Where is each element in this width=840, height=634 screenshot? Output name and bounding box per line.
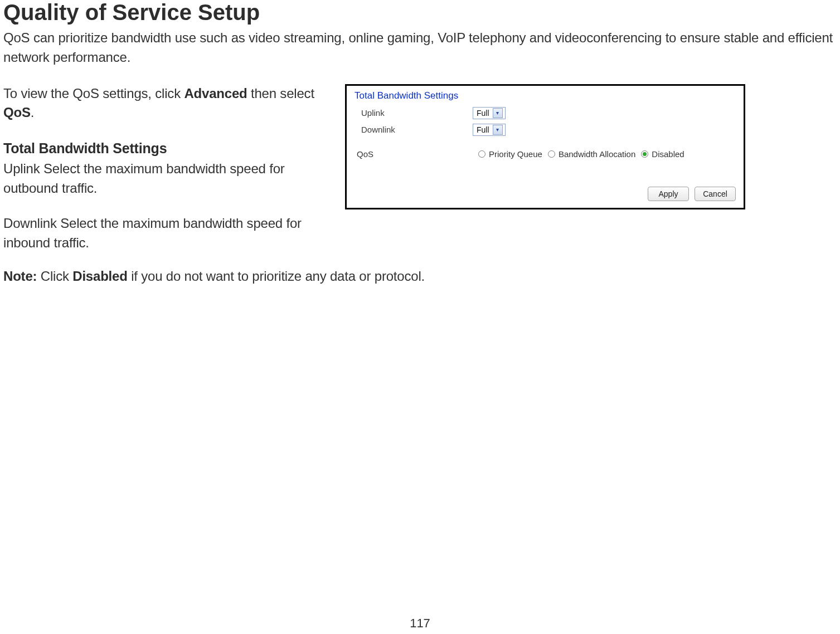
radio-label: Bandwidth Allocation — [559, 149, 635, 159]
uplink-row: Uplink Full ▾ — [361, 107, 738, 119]
qos-bold: QoS — [3, 105, 31, 120]
uplink-select[interactable]: Full ▾ — [473, 107, 506, 119]
left-column: To view the QoS settings, click Advanced… — [3, 84, 329, 269]
settings-panel: Total Bandwidth Settings Uplink Full ▾ D… — [345, 84, 745, 209]
text: if you do not want to prioritize any dat… — [128, 269, 425, 284]
text: To view the QoS settings, click — [3, 86, 184, 101]
cancel-button[interactable]: Cancel — [695, 187, 736, 201]
downlink-row: Downlink Full ▾ — [361, 124, 738, 136]
chevron-down-icon: ▾ — [493, 125, 503, 135]
uplink-select-value: Full — [477, 109, 489, 118]
intro-paragraph: QoS can prioritize bandwidth use such as… — [3, 28, 836, 67]
radio-priority-queue[interactable]: Priority Queue — [478, 149, 542, 159]
text: . — [31, 105, 34, 120]
downlink-label: Downlink — [361, 125, 473, 134]
downlink-select[interactable]: Full ▾ — [473, 124, 506, 136]
note-bold: Note: — [3, 269, 37, 284]
chevron-down-icon: ▾ — [493, 108, 503, 118]
qos-radio-group: Priority Queue Bandwidth Allocation Disa… — [478, 149, 684, 159]
downlink-select-value: Full — [477, 125, 489, 134]
radio-label: Disabled — [652, 149, 684, 159]
text: then select — [247, 86, 314, 101]
note-line: Note: Click Disabled if you do not want … — [3, 269, 836, 284]
radio-icon — [641, 150, 648, 158]
content-row: To view the QoS settings, click Advanced… — [3, 84, 840, 269]
panel-title: Total Bandwidth Settings — [355, 90, 738, 101]
radio-label: Priority Queue — [489, 149, 542, 159]
radio-icon — [478, 150, 485, 158]
apply-button[interactable]: Apply — [648, 187, 689, 201]
uplink-label: Uplink — [361, 108, 473, 118]
radio-icon — [548, 150, 555, 158]
uplink-description: Uplink Select the maximum bandwidth spee… — [3, 159, 329, 198]
text: Click — [37, 269, 72, 284]
radio-disabled[interactable]: Disabled — [641, 149, 684, 159]
qos-label: QoS — [357, 149, 478, 159]
page-number: 117 — [410, 616, 430, 631]
page-title: Quality of Service Setup — [3, 0, 840, 25]
disabled-bold: Disabled — [72, 269, 127, 284]
downlink-description: Downlink Select the maximum bandwidth sp… — [3, 214, 329, 253]
button-row: Apply Cancel — [648, 187, 736, 201]
subheading-total-bandwidth: Total Bandwidth Settings — [3, 138, 329, 158]
advanced-bold: Advanced — [184, 86, 247, 101]
radio-bandwidth-allocation[interactable]: Bandwidth Allocation — [548, 149, 635, 159]
view-instructions: To view the QoS settings, click Advanced… — [3, 84, 329, 123]
qos-row: QoS Priority Queue Bandwidth Allocation … — [355, 149, 738, 159]
